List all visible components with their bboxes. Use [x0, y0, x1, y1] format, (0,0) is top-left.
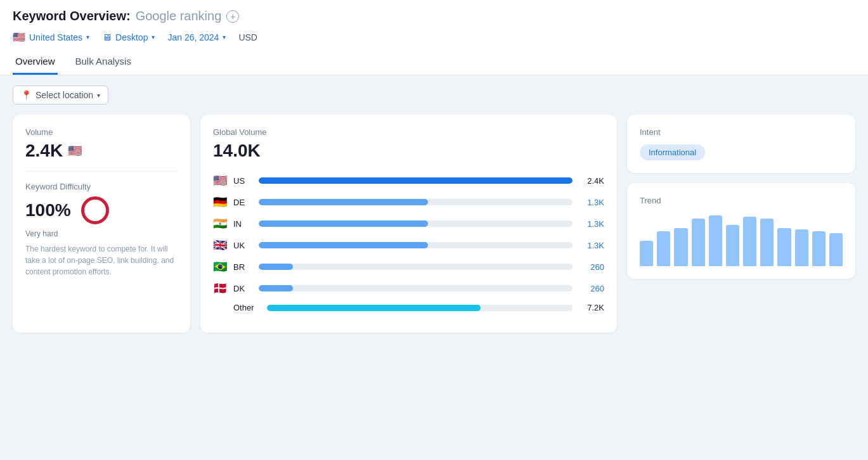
- country-val-in: 1.3K: [579, 219, 604, 229]
- country-code-uk: UK: [233, 241, 252, 250]
- volume-card: Volume 2.4K 🇺🇸 Keyword Difficulty 100% V…: [13, 115, 190, 333]
- bar-in: [259, 220, 428, 227]
- location-selector[interactable]: 📍 Select location ▾: [13, 86, 108, 105]
- flag-br-icon: 🇧🇷: [213, 260, 227, 274]
- trend-bar: [726, 225, 739, 266]
- country-code-in: IN: [233, 219, 252, 229]
- page-title-subtitle: Google ranking: [136, 9, 222, 23]
- country-row: 🇩🇰 DK 260: [213, 281, 604, 295]
- country-row: 🇧🇷 BR 260: [213, 260, 604, 274]
- other-bar: [267, 305, 481, 311]
- country-chevron-icon: ▾: [86, 34, 89, 41]
- global-volume-value: 14.0K: [213, 141, 604, 161]
- right-column: Intent Informational Trend: [627, 115, 855, 333]
- other-value: 7.2K: [579, 303, 604, 312]
- trend-chart: [640, 215, 843, 266]
- volume-value: 2.4K 🇺🇸: [25, 141, 178, 161]
- trend-bar: [795, 229, 808, 266]
- device-filter[interactable]: 🖥 Desktop ▾: [102, 32, 155, 42]
- global-volume-card: Global Volume 14.0K 🇺🇸 US 2.4K 🇩🇪 DE 1.3…: [200, 115, 617, 333]
- kd-value: 100%: [25, 200, 71, 220]
- flag-uk-icon: 🇬🇧: [213, 238, 227, 252]
- device-label: Desktop: [115, 32, 148, 42]
- trend-bar: [829, 233, 843, 266]
- country-code-de: DE: [233, 198, 252, 207]
- bar-br: [259, 264, 293, 270]
- trend-bar: [640, 241, 653, 266]
- device-chevron-icon: ▾: [152, 34, 155, 41]
- location-label: Select location: [36, 90, 93, 100]
- country-row: 🇩🇪 DE 1.3K: [213, 195, 604, 209]
- country-val-uk: 1.3K: [579, 241, 604, 250]
- country-row: 🇮🇳 IN 1.3K: [213, 217, 604, 231]
- country-val-dk: 260: [579, 284, 604, 293]
- currency-label: USD: [238, 32, 257, 42]
- flag-us-icon: 🇺🇸: [213, 174, 227, 188]
- date-chevron-icon: ▾: [223, 34, 226, 41]
- country-label: United States: [29, 32, 82, 42]
- trend-card: Trend: [627, 183, 855, 279]
- kd-label: Keyword Difficulty: [25, 182, 178, 191]
- flag-in-icon: 🇮🇳: [213, 217, 227, 231]
- trend-bar: [743, 217, 756, 266]
- intent-badge: Informational: [640, 144, 705, 160]
- bar-dk: [259, 285, 293, 291]
- flag-de-icon: 🇩🇪: [213, 195, 227, 209]
- flag-dk-icon: 🇩🇰: [213, 281, 227, 295]
- trend-bar: [812, 231, 826, 266]
- country-val-br: 260: [579, 262, 604, 272]
- trend-bar: [674, 228, 687, 266]
- location-chevron-icon: ▾: [97, 92, 100, 99]
- date-filter[interactable]: Jan 26, 2024 ▾: [167, 32, 226, 42]
- page-title-keyword: Keyword Overview:: [13, 9, 131, 23]
- bar-uk: [259, 242, 428, 248]
- kd-hard-label: Very hard: [25, 229, 178, 238]
- country-row: 🇺🇸 US 2.4K: [213, 174, 604, 188]
- country-val-us: 2.4K: [579, 176, 604, 186]
- kd-circle-icon: [81, 196, 109, 224]
- date-label: Jan 26, 2024: [167, 32, 219, 42]
- country-filter[interactable]: 🇺🇸 United States ▾: [13, 31, 89, 43]
- trend-bar: [777, 228, 791, 266]
- bar-de: [259, 199, 428, 205]
- trend-label: Trend: [640, 196, 843, 205]
- intent-card: Intent Informational: [627, 115, 855, 173]
- trend-bar: [657, 231, 670, 266]
- country-val-de: 1.3K: [579, 198, 604, 207]
- other-label: Other: [233, 303, 254, 312]
- add-keyword-icon[interactable]: +: [226, 10, 239, 23]
- location-pin-icon: 📍: [21, 90, 32, 100]
- country-code-us: US: [233, 176, 252, 186]
- tab-bulk-analysis[interactable]: Bulk Analysis: [73, 49, 134, 75]
- country-code-dk: DK: [233, 284, 252, 293]
- trend-bar: [760, 219, 774, 266]
- intent-label: Intent: [640, 127, 843, 137]
- global-volume-label: Global Volume: [213, 127, 604, 137]
- country-row: 🇬🇧 UK 1.3K: [213, 238, 604, 252]
- country-code-br: BR: [233, 262, 252, 272]
- tab-overview[interactable]: Overview: [13, 49, 58, 75]
- volume-label: Volume: [25, 127, 178, 137]
- trend-bar: [709, 215, 722, 266]
- trend-bar: [692, 219, 705, 266]
- kd-description: The hardest keyword to compete for. It w…: [25, 243, 178, 278]
- other-country-row: Other 7.2K: [213, 303, 604, 312]
- bar-us: [259, 177, 573, 184]
